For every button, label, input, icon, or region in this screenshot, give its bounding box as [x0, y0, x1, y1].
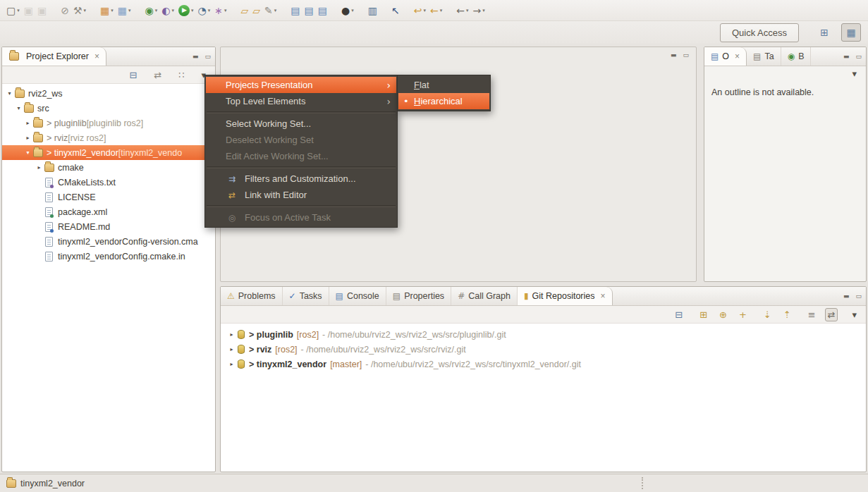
menu-item-filters-customization[interactable]: ⇉ Filters and Customization... ›: [206, 171, 396, 187]
build-all-button[interactable]: ⚒ ▾: [71, 2, 88, 19]
collapse-all-icon[interactable]: ⊟: [126, 68, 140, 82]
tab-outline[interactable]: ▤ O ×: [704, 47, 747, 66]
minimize-button[interactable]: ▬: [843, 53, 850, 60]
new-cpp-class-button[interactable]: ▦ ▾: [116, 2, 133, 19]
menu-item-link-with-editor[interactable]: ⇄ Link with Editor ›: [206, 187, 396, 203]
close-icon[interactable]: ×: [735, 51, 740, 61]
tree-item-config-version[interactable]: tinyxml2_vendorConfig-version.cma: [2, 234, 215, 249]
view-menu-icon[interactable]: ▾: [849, 67, 860, 80]
hierarchy-layout-icon[interactable]: ≡: [805, 308, 819, 321]
skip-all-breakpoints-button[interactable]: ⊘ ▾: [59, 2, 71, 19]
tab-git-repositories[interactable]: ▮ Git Repositories ×: [518, 287, 613, 305]
menu-item-icon: ⇉: [226, 174, 238, 184]
quick-access-button[interactable]: Quick Access: [720, 23, 799, 42]
tree-item-src[interactable]: ▾ src: [2, 101, 215, 116]
tab-tasks[interactable]: ✓ Tasks ×: [283, 287, 329, 305]
view-menu-icon[interactable]: ▾: [849, 308, 860, 321]
save-button[interactable]: ▣ ▾: [22, 2, 35, 19]
pin-console-button[interactable]: ▤ ▾: [316, 2, 329, 19]
expand-arrow-icon[interactable]: ▾: [23, 149, 32, 156]
menu-item-select-working-set[interactable]: Select Working Set... ›: [206, 116, 396, 132]
open-perspective-button[interactable]: ⊞: [814, 23, 834, 42]
tree-item-tinyxml2-vendor[interactable]: ▾ > tinyxml2_vendor [tinyxml2_vendo: [2, 145, 215, 160]
maximize-button[interactable]: ▭: [855, 53, 862, 60]
maximize-button[interactable]: ▭: [204, 53, 211, 60]
create-repository-icon[interactable]: +: [736, 308, 750, 321]
tab-console[interactable]: ▤ Console ×: [329, 287, 386, 305]
menu-item-projects-presentation[interactable]: Projects Presentation ›: [206, 77, 396, 93]
menu-item-edit-active-working-set[interactable]: Edit Active Working Set... ›: [206, 148, 396, 164]
menu-item-top-level-elements[interactable]: Top Level Elements ›: [206, 93, 396, 109]
tab-properties[interactable]: ▤ Properties ×: [386, 287, 451, 305]
menu-item-hierarchical[interactable]: • Hierarchical: [398, 93, 489, 109]
fetch-icon[interactable]: ⇣: [761, 308, 774, 321]
maximize-button[interactable]: ▭: [683, 51, 689, 59]
working-sets-icon[interactable]: ∷: [176, 68, 187, 82]
tab-build[interactable]: ◉ B ×: [781, 47, 812, 66]
user-profile-button[interactable]: ● ▾: [339, 2, 356, 19]
menu-item-flat[interactable]: • Flat: [398, 77, 489, 93]
menu-item-deselect-working-set[interactable]: Deselect Working Set ›: [206, 132, 396, 148]
tree-item-rviz2-ws[interactable]: ▾ rviz2_ws: [2, 86, 215, 101]
open-task-folder-button[interactable]: ▱ ▾: [239, 2, 251, 19]
link-with-editor-icon[interactable]: ⇄: [151, 68, 164, 82]
minimize-button[interactable]: ▬: [671, 51, 677, 59]
close-icon[interactable]: ×: [600, 291, 605, 301]
collapse-all-icon[interactable]: ⊟: [672, 308, 685, 321]
expand-arrow-icon[interactable]: ▸: [227, 331, 236, 338]
clone-repository-icon[interactable]: ⊕: [716, 308, 730, 321]
pointer-mode-button[interactable]: ↖ ▾: [389, 2, 402, 19]
new-c-project-button[interactable]: ▦ ▾: [98, 2, 116, 19]
console-view-button[interactable]: ▤ ▾: [288, 2, 302, 19]
profile-button[interactable]: ◔ ▾: [196, 2, 213, 19]
open-resource-folder-button[interactable]: ▱ ▾: [250, 2, 262, 19]
tree-item-cmakelists[interactable]: CMakeLists.txt: [2, 175, 215, 190]
repository-name: > tinyxml2_vendor: [249, 359, 326, 369]
tree-item-cmake[interactable]: ▸ cmake: [2, 160, 215, 175]
cpp-perspective-button[interactable]: ▦: [841, 23, 861, 42]
tab-call-graph[interactable]: # Call Graph ×: [451, 287, 518, 305]
repo-rviz[interactable]: ▸ > rviz [ros2] - /home/ubu/rviz2_ws/rvi…: [221, 342, 866, 357]
expand-arrow-icon[interactable]: ▸: [227, 346, 236, 352]
external-tools-button[interactable]: ∗ ▾: [212, 2, 228, 19]
minimize-button[interactable]: ▬: [192, 53, 199, 60]
run-button[interactable]: ▶ ▾: [176, 2, 196, 19]
repo-tinyxml2-vendor[interactable]: ▸ > tinyxml2_vendor [master] - /home/ubu…: [221, 357, 866, 371]
tree-item-readme[interactable]: README.md: [2, 219, 215, 234]
toolbar-button-icon: ∗: [214, 6, 223, 16]
tree-item-rviz[interactable]: ▸ > rviz [rviz ros2]: [2, 130, 215, 145]
expand-arrow-icon[interactable]: ▸: [227, 361, 236, 367]
maximize-button[interactable]: ▭: [855, 293, 862, 300]
expand-arrow-icon[interactable]: ▸: [23, 120, 32, 126]
add-repository-icon[interactable]: ⊞: [697, 308, 710, 321]
forward-button[interactable]: → ▾: [470, 2, 487, 19]
expand-arrow-icon[interactable]: ▸: [23, 135, 32, 141]
push-icon[interactable]: ⇡: [781, 308, 794, 321]
tab-project-explorer[interactable]: Project Explorer ×: [2, 47, 106, 66]
close-icon[interactable]: ×: [94, 51, 99, 61]
save-all-button[interactable]: ▣ ▾: [35, 2, 49, 19]
tab-task-list[interactable]: ▤ Ta ×: [747, 47, 781, 66]
expand-arrow-icon[interactable]: ▾: [5, 90, 14, 97]
tree-item-package-xml[interactable]: package.xml: [2, 204, 215, 219]
debug-button[interactable]: ◉ ▾: [143, 2, 160, 19]
menu-item-focus-on-active-task[interactable]: ◎ Focus on Active Task ›: [206, 209, 396, 226]
link-with-selection-icon[interactable]: ⇄: [825, 308, 838, 321]
display-console-button[interactable]: ▤ ▾: [302, 2, 316, 19]
back-button[interactable]: ← ▾: [454, 2, 470, 19]
tab-problems[interactable]: ⚠ Problems ×: [221, 287, 283, 305]
terminal-button[interactable]: ▥ ▾: [366, 2, 379, 19]
tree-item-config-cmake-in[interactable]: tinyxml2_vendorConfig.cmake.in: [2, 249, 215, 264]
new-wizard-button[interactable]: ▢ ▾: [4, 2, 22, 19]
repo-pluginlib[interactable]: ▸ > pluginlib [ros2] - /home/ubu/rviz2_w…: [221, 327, 866, 342]
expand-arrow-icon[interactable]: ▸: [35, 164, 44, 171]
search-wand-button[interactable]: ✎ ▾: [262, 2, 279, 19]
previous-edit-button[interactable]: ← ▾: [428, 2, 444, 19]
expand-arrow-icon[interactable]: ▾: [14, 105, 23, 111]
last-edit-location-button[interactable]: ↩ ▾: [412, 2, 428, 19]
coverage-button[interactable]: ◐ ▾: [159, 2, 176, 19]
git-repositories-toolbar: ⊟ ⊞ ⊕ + ⇣ ⇡ ≡ ⇄ ▾: [221, 306, 866, 324]
minimize-button[interactable]: ▬: [843, 293, 850, 300]
tree-item-license[interactable]: LICENSE: [2, 190, 215, 204]
tree-item-pluginlib[interactable]: ▸ > pluginlib [pluginlib ros2]: [2, 116, 215, 130]
